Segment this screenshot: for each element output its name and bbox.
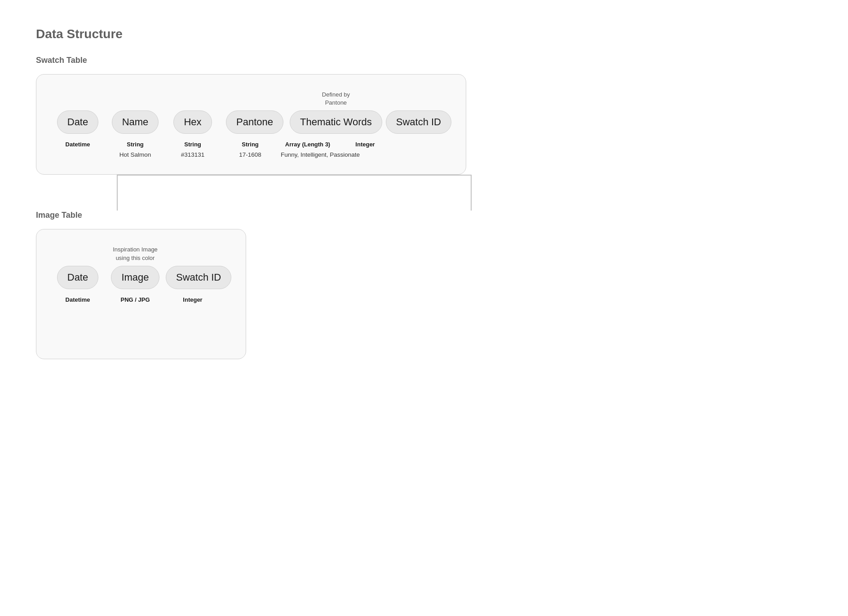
swatch-example-thematic: Funny, Intelligent, Passionate bbox=[281, 151, 360, 158]
swatch-example-name: Hot Salmon bbox=[108, 151, 162, 158]
image-type-image: PNG / JPG bbox=[108, 296, 162, 303]
connector-area bbox=[36, 175, 472, 211]
image-table-title: Image Table bbox=[36, 211, 246, 220]
image-type-swatchid: Integer bbox=[166, 296, 220, 303]
swatch-col-pantone: Pantone bbox=[223, 99, 286, 134]
swatch-col-date-note bbox=[77, 99, 79, 107]
image-col-date-pill: Date bbox=[57, 266, 98, 289]
image-col-swatchid-pill: Swatch ID bbox=[166, 266, 231, 289]
swatch-type-row: Datetime String String String Array (Len… bbox=[51, 141, 451, 148]
image-columns-row: Date Inspiration Image using this color … bbox=[51, 246, 231, 289]
swatch-col-pantone-note bbox=[254, 99, 256, 107]
swatch-col-thematic-note: Defined by Pantone bbox=[322, 91, 350, 107]
swatch-table-card: Date Name Hex Pantone Defined by Pantone… bbox=[36, 74, 466, 175]
swatch-table-title: Swatch Table bbox=[36, 56, 87, 65]
connector-vertical-left bbox=[117, 175, 118, 211]
image-col-swatchid-note bbox=[198, 254, 199, 262]
swatch-example-hex: #313131 bbox=[166, 151, 220, 158]
swatch-col-swatchid: Swatch ID bbox=[386, 99, 451, 134]
swatch-type-swatchid: Integer bbox=[338, 141, 392, 148]
swatch-type-name: String bbox=[108, 141, 162, 148]
swatch-col-name: Name bbox=[108, 99, 162, 134]
swatch-col-hex-pill: Hex bbox=[173, 110, 212, 134]
image-table-card: Date Inspiration Image using this color … bbox=[36, 229, 246, 359]
swatch-col-hex: Hex bbox=[166, 99, 220, 134]
swatch-col-date-pill: Date bbox=[57, 110, 98, 134]
swatch-col-swatchid-pill: Swatch ID bbox=[386, 110, 451, 134]
swatch-type-date: Datetime bbox=[51, 141, 105, 148]
swatch-col-pantone-pill: Pantone bbox=[226, 110, 283, 134]
image-type-row: Datetime PNG / JPG Integer bbox=[51, 296, 231, 303]
swatch-col-swatchid-note bbox=[418, 99, 420, 107]
page-title: Data Structure bbox=[36, 27, 812, 41]
swatch-type-thematic: Array (Length 3) bbox=[281, 141, 335, 148]
image-table-spacer bbox=[51, 307, 231, 343]
swatch-col-name-pill: Name bbox=[112, 110, 159, 134]
swatch-type-pantone: String bbox=[223, 141, 277, 148]
image-type-date: Datetime bbox=[51, 296, 105, 303]
swatch-example-row: Hot Salmon #313131 17-1608 Funny, Intell… bbox=[51, 151, 451, 158]
image-col-date: Date bbox=[51, 254, 105, 289]
connector-vertical-right bbox=[471, 175, 472, 211]
image-col-image: Inspiration Image using this color Image bbox=[108, 246, 162, 289]
image-col-swatchid: Swatch ID bbox=[166, 254, 231, 289]
swatch-col-date: Date bbox=[51, 99, 105, 134]
image-col-date-note bbox=[77, 254, 79, 262]
image-col-image-pill: Image bbox=[111, 266, 159, 289]
swatch-col-thematic-pill: Thematic Words bbox=[290, 110, 382, 134]
image-col-image-note: Inspiration Image using this color bbox=[113, 246, 158, 262]
swatch-columns-row: Date Name Hex Pantone Defined by Pantone… bbox=[51, 91, 451, 134]
tables-wrapper: Swatch Table Date Name Hex Pantone bbox=[36, 56, 812, 359]
swatch-col-thematic: Defined by Pantone Thematic Words bbox=[290, 91, 382, 134]
image-table-wrapper: Image Table Date Inspiration Image using… bbox=[36, 211, 246, 359]
swatch-example-pantone: 17-1608 bbox=[223, 151, 277, 158]
swatch-col-name-note bbox=[134, 99, 136, 107]
swatch-type-hex: String bbox=[166, 141, 220, 148]
connector-horizontal bbox=[117, 175, 472, 176]
swatch-col-hex-note bbox=[192, 99, 194, 107]
